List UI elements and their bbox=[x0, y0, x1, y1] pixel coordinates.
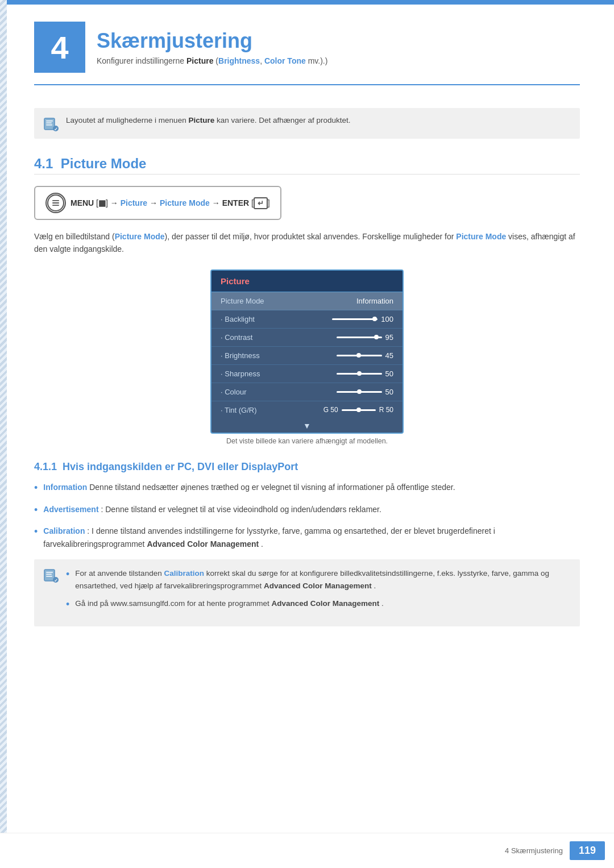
osd-value-backlight: 100 bbox=[332, 315, 393, 323]
osd-label-brightness: Brightness bbox=[221, 351, 260, 360]
osd-label-sharpness: Sharpness bbox=[221, 369, 260, 378]
tint-g-value: G 50 bbox=[323, 406, 338, 414]
section-4-1-description: Vælg en billedtilstand (Picture Mode), d… bbox=[34, 230, 580, 256]
menu-path-text: MENU [▦] → Picture → Picture Mode → ENTE… bbox=[70, 197, 270, 209]
osd-label-backlight: Backlight bbox=[221, 315, 255, 323]
section-4-1-heading: 4.1 Picture Mode bbox=[34, 156, 580, 175]
note-box: ✓ Layoutet af mulighederne i menuen Pict… bbox=[34, 108, 580, 139]
bullet-text-1: Information Denne tilstand nedsætter øjn… bbox=[43, 481, 455, 493]
osd-row-colour: Colour 50 bbox=[211, 383, 403, 401]
bullet-dot-1: • bbox=[34, 480, 38, 496]
osd-row-backlight: Backlight 100 bbox=[211, 310, 403, 329]
footer-page-number: 119 bbox=[570, 841, 605, 860]
note-icon: ✓ bbox=[43, 116, 59, 132]
chapter-header-text: Skærmjustering Konfigurer indstillingern… bbox=[97, 29, 327, 65]
svg-rect-8 bbox=[52, 202, 59, 203]
osd-tint-bar bbox=[342, 409, 376, 411]
osd-bar-dot-backlight bbox=[372, 317, 377, 321]
tint-r-value: R 50 bbox=[379, 406, 393, 414]
list-item: • Advertisement : Denne tilstand er vele… bbox=[34, 503, 580, 518]
menu-icon bbox=[45, 193, 66, 213]
chapter-header: 4 Skærmjustering Konfigurer indstillinge… bbox=[34, 5, 580, 85]
osd-value-contrast: 95 bbox=[337, 333, 393, 342]
osd-label-tint: · Tint (G/R) bbox=[221, 406, 257, 414]
svg-rect-1 bbox=[46, 121, 53, 122]
list-item: • Information Denne tilstand nedsætter ø… bbox=[34, 481, 580, 496]
osd-bar-dot-brightness bbox=[356, 353, 361, 358]
osd-down-arrow: ▼ bbox=[211, 419, 403, 433]
osd-row-picture-mode: Picture Mode Information bbox=[211, 292, 403, 310]
osd-bar-backlight bbox=[332, 318, 377, 320]
osd-bar-colour bbox=[337, 391, 382, 393]
bullet-dot-3: • bbox=[34, 524, 38, 540]
svg-text:✓: ✓ bbox=[54, 578, 58, 583]
osd-label-contrast: Contrast bbox=[221, 333, 252, 342]
osd-bar-dot-contrast bbox=[374, 335, 379, 339]
osd-row-brightness: Brightness 45 bbox=[211, 347, 403, 365]
osd-image-caption: Det viste billede kan variere afhængigt … bbox=[210, 437, 404, 445]
list-item: • Calibration : I denne tilstand anvende… bbox=[34, 525, 580, 550]
osd-value-colour: 50 bbox=[337, 388, 393, 396]
note-calibration-content: • For at anvende tilstanden Calibration … bbox=[66, 567, 571, 618]
svg-rect-3 bbox=[46, 124, 52, 126]
osd-bar-brightness bbox=[337, 355, 382, 356]
osd-bar-dot-sharpness bbox=[357, 371, 362, 376]
page: 4 Skærmjustering Konfigurer indstillinge… bbox=[0, 0, 614, 868]
osd-value-picture-mode: Information bbox=[356, 297, 393, 305]
osd-bar-dot-colour bbox=[357, 389, 362, 394]
list-item: • Gå ind på www.samsunglfd.com for at he… bbox=[66, 597, 571, 613]
note-bullet-text-1: For at anvende tilstanden Calibration ko… bbox=[75, 567, 571, 592]
chapter-number: 4 bbox=[51, 29, 68, 66]
bullet-dot-2: • bbox=[34, 502, 38, 518]
note-calibration-icon: ✓ bbox=[43, 567, 59, 583]
list-item: • For at anvende tilstanden Calibration … bbox=[66, 567, 571, 592]
note-bullet-dot-2: • bbox=[66, 596, 69, 613]
subsection-4-1-1-heading: 4.1.1 Hvis indgangskilden er PC, DVI ell… bbox=[34, 461, 580, 473]
osd-menu: Picture Picture Mode Information Backlig… bbox=[210, 269, 404, 434]
osd-value-brightness: 45 bbox=[337, 351, 393, 360]
osd-row-contrast: Contrast 95 bbox=[211, 329, 403, 347]
note-text: Layoutet af mulighederne i menuen Pictur… bbox=[66, 115, 351, 126]
osd-tint-dot bbox=[356, 408, 361, 412]
osd-label-colour: Colour bbox=[221, 388, 247, 396]
bullet-text-2: Advertisement : Denne tilstand er velegn… bbox=[43, 503, 381, 516]
osd-bar-contrast bbox=[337, 337, 382, 338]
svg-text:✓: ✓ bbox=[54, 127, 58, 132]
menu-path: MENU [▦] → Picture → Picture Mode → ENTE… bbox=[34, 186, 281, 220]
osd-header-title: Picture bbox=[221, 276, 393, 286]
osd-row-sharpness: Sharpness 50 bbox=[211, 365, 403, 383]
osd-row-tint: · Tint (G/R) G 50 R 50 bbox=[211, 401, 403, 419]
osd-label-picture-mode: Picture Mode bbox=[221, 297, 264, 305]
bullet-list: • Information Denne tilstand nedsætter ø… bbox=[34, 481, 580, 550]
osd-tint-values: G 50 R 50 bbox=[323, 406, 393, 414]
page-footer: 4 Skærmjustering 119 bbox=[0, 833, 614, 868]
note-bullet-text-2: Gå ind på www.samsunglfd.com for at hent… bbox=[75, 597, 384, 610]
osd-value-sharpness: 50 bbox=[337, 369, 393, 378]
svg-rect-11 bbox=[46, 572, 53, 573]
footer-section-label: 4 Skærmjustering bbox=[505, 846, 563, 855]
chapter-title: Skærmjustering bbox=[97, 29, 327, 53]
svg-rect-9 bbox=[52, 205, 59, 206]
osd-bar-sharpness bbox=[337, 373, 382, 375]
top-accent-bar bbox=[0, 0, 614, 5]
svg-rect-2 bbox=[46, 123, 52, 124]
osd-menu-container: Picture Picture Mode Information Backlig… bbox=[34, 269, 580, 445]
enter-icon: ↵ bbox=[254, 197, 268, 209]
svg-rect-13 bbox=[46, 576, 52, 577]
osd-header: Picture bbox=[211, 271, 403, 292]
note-bullet-dot-1: • bbox=[66, 566, 69, 583]
svg-rect-12 bbox=[46, 574, 52, 575]
note-calibration-box: ✓ • For at anvende tilstanden Calibratio… bbox=[34, 559, 580, 626]
content-area: ✓ Layoutet af mulighederne i menuen Pict… bbox=[0, 85, 614, 661]
chapter-subtitle: Konfigurer indstillingerne Picture (Brig… bbox=[97, 56, 327, 65]
svg-rect-7 bbox=[52, 200, 59, 201]
bullet-text-3: Calibration : I denne tilstand anvendes … bbox=[43, 525, 580, 550]
note-sub-list: • For at anvende tilstanden Calibration … bbox=[66, 567, 571, 613]
left-decorative-stripe bbox=[0, 0, 7, 868]
chapter-number-block: 4 bbox=[34, 22, 85, 73]
